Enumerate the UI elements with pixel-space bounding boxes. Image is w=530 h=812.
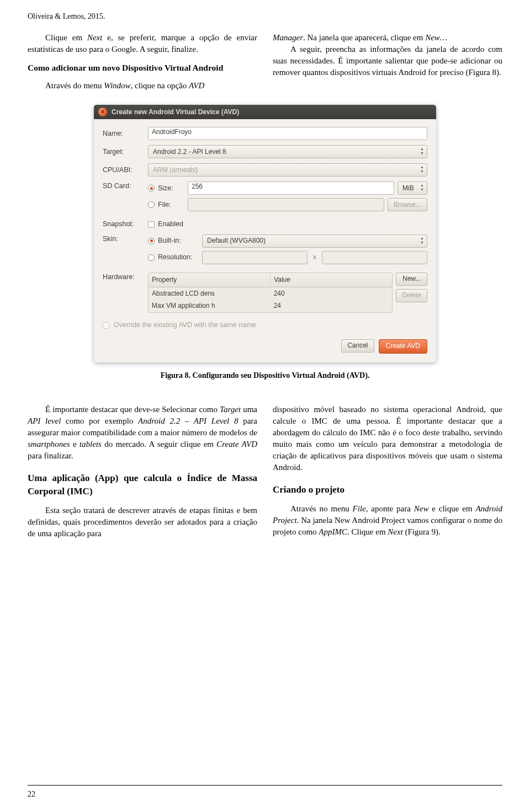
italic: Android 2.2 – API Level 8 (138, 416, 238, 425)
sd-size-row: Size: 256 MiB ▲▼ (148, 181, 427, 195)
label-target: Target: (103, 147, 144, 157)
label-enabled: Enabled (158, 220, 183, 229)
new-hw-button[interactable]: New... (396, 273, 427, 286)
label-snapshot: Snapshot: (103, 220, 144, 229)
section-heading: Criando o projeto (273, 483, 502, 496)
chevron-updown-icon: ▲▼ (420, 147, 424, 156)
create-avd-button[interactable]: Create AVD (379, 339, 427, 354)
override-checkbox (103, 322, 109, 329)
hw-val: 240 (271, 287, 393, 300)
paragraph: A seguir, preencha as informações da jan… (273, 44, 502, 78)
italic: Target (220, 405, 241, 414)
paragraph: Esta seção tratará de descrever através … (28, 505, 257, 539)
label-skin: Skin: (103, 234, 144, 244)
hw-col-value: Value (271, 273, 392, 287)
label-sdcard: SD Card: (103, 181, 144, 191)
figure-8-screenshot: × Create new Android Virtual Device (AVD… (28, 105, 502, 362)
sd-file-input (188, 198, 384, 211)
cancel-button[interactable]: Cancel (341, 339, 374, 352)
page-number: 22 (28, 789, 35, 800)
text: para finalizar. (28, 451, 73, 460)
text: uma (241, 405, 257, 414)
subheading: Como adicionar um novo Dispositivo Virtu… (28, 62, 257, 74)
paragraph: dispositivo móvel baseado no sistema ope… (273, 404, 502, 473)
label-cpu: CPU/ABI: (103, 165, 144, 175)
sd-unit-select[interactable]: MiB ▲▼ (398, 181, 427, 195)
dialog-titlebar: × Create new Android Virtual Device (AVD… (94, 105, 436, 119)
row-name: Name: AndroidFroyo (103, 127, 427, 140)
text: , aponte para (366, 504, 414, 513)
radio-resolution[interactable] (148, 254, 155, 261)
hw-val: 24 (271, 300, 393, 312)
italic: File (353, 504, 366, 513)
text: Através no menu (290, 504, 353, 513)
name-input[interactable]: AndroidFroyo (148, 127, 427, 140)
author-line: Oliveira & Lemos, 2015. (28, 11, 502, 22)
italic: New (414, 504, 429, 513)
target-value: Android 2.2 - API Level 8 (153, 147, 226, 157)
hw-col-property: Property (149, 273, 271, 287)
res-height-input (322, 251, 427, 264)
target-select[interactable]: Android 2.2 - API Level 8 ▲▼ (148, 145, 427, 158)
label-resolution: Resolution: (158, 253, 199, 263)
italic: AVD (189, 81, 204, 90)
label-size: Size: (158, 184, 184, 194)
delete-hw-button: Delete (396, 289, 427, 302)
cpu-select: ARM (armeabi) ▲▼ (148, 163, 427, 177)
italic: Next (388, 527, 403, 536)
sd-file-row: File: Browse... (148, 198, 427, 211)
row-sdcard: SD Card: Size: 256 MiB ▲▼ File: (103, 181, 427, 215)
hw-prop: Abstracted LCD dens (149, 287, 271, 300)
italic: Manager (273, 33, 303, 42)
italic: smartphones (28, 440, 70, 448)
text: (Figura 9). (403, 527, 441, 536)
paragraph: É importante destacar que deve-se Seleci… (28, 404, 257, 462)
text: e (70, 440, 80, 448)
cpu-value: ARM (armeabi) (153, 165, 198, 175)
browse-button: Browse... (388, 198, 427, 211)
radio-size[interactable] (148, 185, 155, 191)
table-row[interactable]: Max VM application h 24 (149, 300, 392, 312)
sd-unit-value: MiB (402, 184, 414, 193)
skin-value: Default (WVGA800) (207, 236, 266, 245)
sd-size-input[interactable]: 256 (188, 181, 394, 195)
radio-builtin[interactable] (148, 238, 155, 244)
italic: New… (425, 33, 447, 42)
figure-caption: Figura 8. Configurando seu Dispositivo V… (28, 370, 502, 381)
bottom-right-column: dispositivo móvel baseado no sistema ope… (273, 404, 502, 539)
text: , clique na opção (131, 81, 189, 90)
paragraph: Clique em Next e, se preferir, marque a … (28, 32, 257, 55)
row-override: Override the existing AVD with the same … (103, 320, 427, 330)
label-builtin: Built-in: (158, 236, 199, 246)
italic: Next (87, 33, 103, 42)
text: como por exemplo (61, 416, 138, 425)
text: . Clique em (347, 527, 388, 536)
radio-file[interactable] (148, 201, 155, 208)
paragraph: Através no menu File, aponte para New e … (273, 503, 502, 538)
label-name: Name: (103, 129, 144, 139)
skin-select[interactable]: Default (WVGA800) ▲▼ (202, 234, 427, 248)
hw-prop: Max VM application h (149, 300, 271, 312)
row-hardware: Hardware: Property Value Abstracted LCD … (103, 273, 427, 313)
label-file: File: (158, 200, 184, 210)
snapshot-checkbox[interactable] (148, 221, 155, 228)
italic: Window (104, 81, 130, 90)
skin-res-row: Resolution: x (148, 251, 427, 264)
table-row[interactable]: Abstracted LCD dens 240 (149, 287, 392, 300)
text: e clique em (428, 504, 475, 513)
paragraph: Manager. Na janela que aparecerá, clique… (273, 32, 502, 44)
close-icon[interactable]: × (98, 108, 107, 116)
text: Clique em (45, 33, 87, 42)
row-target: Target: Android 2.2 - API Level 8 ▲▼ (103, 145, 427, 158)
text: . Na janela que aparecerá, clique em (303, 33, 425, 42)
top-right-column: Manager. Na janela que aparecerá, clique… (273, 32, 502, 92)
label-override: Override the existing AVD with the same … (114, 320, 256, 330)
label-x: x (311, 253, 319, 263)
skin-builtin-row: Built-in: Default (WVGA800) ▲▼ (148, 234, 427, 248)
hardware-table: Property Value Abstracted LCD dens 240 M… (148, 273, 393, 313)
bottom-columns: É importante destacar que deve-se Seleci… (28, 404, 502, 539)
label-hardware: Hardware: (103, 273, 144, 282)
avd-dialog: × Create new Android Virtual Device (AVD… (94, 105, 436, 362)
italic: tablets (80, 440, 102, 448)
dialog-body: Name: AndroidFroyo Target: Android 2.2 -… (94, 119, 436, 362)
